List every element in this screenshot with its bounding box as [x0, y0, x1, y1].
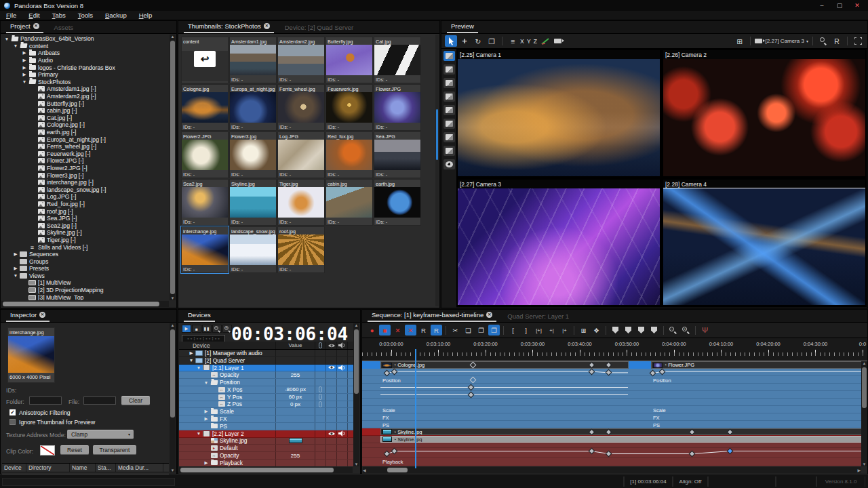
- rotate-tool-button[interactable]: ↻: [472, 35, 484, 47]
- close-tab-icon[interactable]: ✕: [264, 23, 270, 29]
- pan-hand-icon[interactable]: [443, 78, 455, 88]
- thumbnail-red-fox-jpg[interactable]: Red_fox.jpgIDs: -: [326, 131, 373, 178]
- device-row-2-quad-server[interactable]: ▼[2] Quad Server: [179, 357, 353, 365]
- device-row-playback[interactable]: ▶Playback: [179, 460, 353, 466]
- device-row-value[interactable]: 0 px: [276, 401, 315, 408]
- xyz-axes-button[interactable]: X Y Z: [520, 35, 538, 47]
- record-button[interactable]: ●: [366, 325, 378, 336]
- thumbnail-cat-jpg[interactable]: Cat.jpgIDs: -: [374, 37, 421, 83]
- camera-select-dropdown[interactable]: [2.27] Camera 3 ▾: [755, 38, 808, 44]
- tree-item-feuerwerk-jpg[interactable]: Feuerwerk.jpg [-]: [2, 150, 169, 158]
- expander-arrow-icon[interactable]: ▶: [21, 50, 28, 56]
- folder-input[interactable]: [29, 396, 62, 405]
- play-button[interactable]: ▶: [182, 325, 191, 333]
- thumbnail-roof-jpg[interactable]: roof.jpgIDs: -: [277, 226, 325, 273]
- tree-item-earth-jpg[interactable]: earth.jpg [-]: [2, 129, 169, 136]
- tree-item-cat-jpg[interactable]: Cat.jpg [-]: [2, 115, 169, 122]
- expander-arrow-icon[interactable]: ▼: [21, 79, 28, 84]
- clip-flower-jpg[interactable]: ◔Flower.JPG: [651, 361, 861, 369]
- tab-project[interactable]: Project ✕: [6, 20, 43, 33]
- mark-out-button[interactable]: ]: [520, 325, 532, 336]
- tree-item-cabin-jpg[interactable]: cabin.jpg [-]: [2, 107, 169, 115]
- expander-arrow-icon[interactable]: ▼: [195, 365, 202, 370]
- close-tab-icon[interactable]: ✕: [486, 312, 492, 318]
- device-row-value[interactable]: 255: [276, 452, 315, 459]
- inspector-col-name[interactable]: Name: [70, 464, 96, 472]
- nudge-left-button[interactable]: +|: [546, 325, 557, 336]
- device-row-value[interactable]: [276, 357, 315, 364]
- device-row-value[interactable]: [276, 460, 315, 466]
- audio-speaker-icon[interactable]: [337, 365, 348, 371]
- inspector-col-media-dur[interactable]: Media Dur...: [116, 464, 163, 472]
- search-button[interactable]: [817, 35, 829, 47]
- anisotropic-filtering-checkbox[interactable]: ✓: [9, 409, 16, 415]
- grid-tool-button[interactable]: ⊞: [578, 325, 589, 336]
- device-row-value[interactable]: [276, 415, 315, 422]
- mark-in-button[interactable]: [: [507, 325, 519, 336]
- pointer-tool-button[interactable]: [445, 35, 457, 47]
- menu-file[interactable]: File: [0, 12, 22, 19]
- preview-mode-icon[interactable]: [443, 51, 455, 61]
- thumbnail-flower2-jpg[interactable]: Flower2.JPGIDs: -: [181, 131, 229, 178]
- thumbnail-sea2-jpg[interactable]: Sea2.jpgIDs: -: [181, 179, 229, 226]
- device-row-value[interactable]: [276, 430, 315, 437]
- device-row-scale[interactable]: ▶Scale: [179, 408, 353, 415]
- guard-2-button[interactable]: [623, 325, 634, 336]
- camera-tool-button[interactable]: [553, 35, 565, 47]
- duplicate-tool-button[interactable]: ❐: [486, 35, 498, 47]
- copy-active-button[interactable]: ❐: [488, 325, 500, 336]
- layer1-fx-track[interactable]: FXFX: [362, 413, 861, 421]
- camera-view-2-26-camera-2[interactable]: [2.26] Camera 2: [663, 50, 865, 176]
- tree-item-tiger-jpg[interactable]: Tiger.jpg [-]: [2, 237, 169, 244]
- layer1-position-track[interactable]: PositionPosition: [362, 376, 861, 384]
- thumbnail-landscape-snow-jpg[interactable]: landscape_snow.jpgIDs: -: [229, 226, 277, 273]
- device-row-value[interactable]: [276, 438, 315, 445]
- tab-assets[interactable]: Assets: [50, 22, 78, 33]
- media-preview-card[interactable]: interchange.jpg 6000 x 4000 Pixel: [7, 327, 55, 383]
- tree-item-europa-at-night-jpg[interactable]: Europa_at_night.jpg [-]: [2, 136, 169, 143]
- project-vertical-scrollbar[interactable]: ▲▼: [170, 35, 176, 300]
- layer2-opacity-track[interactable]: [362, 448, 861, 458]
- thumbnail-cologne-jpg[interactable]: Cologne.jpgIDs: -: [181, 84, 229, 131]
- expander-arrow-icon[interactable]: ▼: [188, 358, 195, 363]
- camera-view-2-25-camera-1[interactable]: [2.25] Camera 1: [458, 50, 660, 176]
- tree-item-presets[interactable]: ▶Presets: [2, 265, 169, 272]
- device-row-value[interactable]: [276, 423, 315, 430]
- thumbnail-flower-jpg[interactable]: Flower.JPGIDs: -: [374, 84, 421, 131]
- expander-arrow-icon[interactable]: ▶: [203, 460, 210, 466]
- sliders-button[interactable]: ≡: [507, 35, 519, 47]
- tree-item-groups[interactable]: Groups: [2, 258, 169, 265]
- guard-1-button[interactable]: [610, 325, 621, 336]
- thumbnail-ferris-wheel-jpg[interactable]: Ferris_wheel.jpgIDs: -: [277, 84, 325, 131]
- edit-icon[interactable]: [443, 92, 455, 102]
- tab-devices[interactable]: Devices: [184, 309, 215, 322]
- camera-view-2-27-camera-3[interactable]: [2.27] Camera 3: [458, 180, 660, 306]
- tree-item-flower-jpg[interactable]: Flower.JPG [-]: [2, 157, 169, 165]
- clip-skyline-jpg[interactable]: ◔Skyline.jpg: [380, 428, 861, 435]
- file-input[interactable]: [83, 396, 116, 405]
- zoom-out-button[interactable]: −: [667, 325, 679, 336]
- visibility-eye-icon[interactable]: [326, 430, 337, 437]
- thumbnail-cabin-jpg[interactable]: cabin.jpgIDs: -: [326, 179, 373, 226]
- tree-item-2-3d-projectionmapping[interactable]: [2] 3D ProjectionMapping: [2, 287, 169, 294]
- fullscreen-button[interactable]: [852, 35, 864, 47]
- delete-key-button[interactable]: ✕: [392, 325, 403, 336]
- tree-item-roof-jpg[interactable]: roof.jpg [-]: [2, 207, 169, 215]
- device-row-value[interactable]: [276, 379, 315, 386]
- close-tab-icon[interactable]: ✕: [33, 23, 39, 29]
- inspector-vertical-scrollbar[interactable]: ▲▼: [170, 323, 176, 472]
- expander-arrow-icon[interactable]: ▶: [12, 251, 19, 257]
- tree-item-stills-and-videos[interactable]: ≡Stills and Videos [-]: [2, 243, 169, 251]
- guard-4-button[interactable]: [648, 325, 660, 336]
- thumbnail-amsterdam2-jpg[interactable]: Amsterdam2.jpgIDs: -: [277, 37, 325, 83]
- device-row-value[interactable]: 60 px: [276, 394, 315, 401]
- clip-color-swatch[interactable]: [40, 445, 55, 455]
- expander-arrow-icon[interactable]: ▶: [21, 58, 28, 63]
- device-row-value[interactable]: 255: [276, 371, 315, 378]
- tree-item-3-multiview-top[interactable]: [3] MultiView_Top: [2, 293, 169, 300]
- device-row-opacity[interactable]: ↔Opacity255: [179, 371, 353, 379]
- devices-horizontal-scrollbar[interactable]: [179, 467, 353, 473]
- paint-tool-button[interactable]: ❖: [591, 325, 602, 336]
- reset-active-button[interactable]: R: [431, 325, 442, 336]
- layer1-ypos-track[interactable]: [362, 391, 861, 399]
